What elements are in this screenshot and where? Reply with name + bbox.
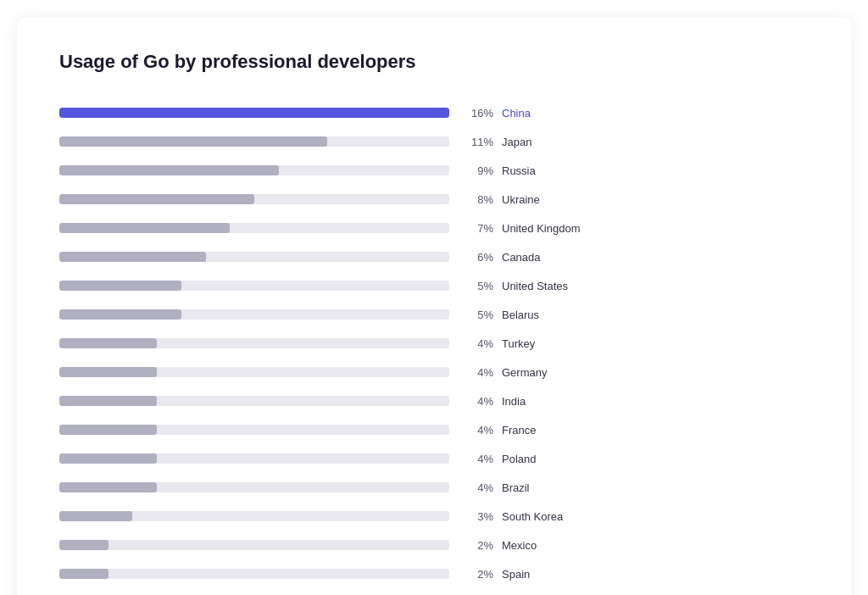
bar-fill — [59, 136, 327, 147]
bar-row: 8%Ukraine — [59, 185, 809, 214]
bar-country-label: Mexico — [502, 539, 537, 552]
bar-fill — [59, 108, 449, 118]
bar-country-label: Belarus — [502, 309, 539, 321]
bar-track — [59, 252, 449, 262]
bar-row: 3%South Korea — [59, 502, 809, 531]
bar-fill — [59, 281, 181, 291]
bar-track — [59, 223, 449, 233]
bar-row: 2%Argentina — [59, 588, 809, 595]
bar-track — [59, 338, 449, 348]
bar-track — [59, 540, 449, 550]
bar-track — [59, 396, 449, 406]
bar-track — [59, 194, 449, 204]
bar-percent: 4% — [459, 395, 493, 408]
bar-row: 7%United Kingdom — [59, 214, 809, 242]
bar-fill — [59, 309, 181, 320]
bar-row: 9%Russia — [59, 156, 809, 185]
bar-country-label: China — [502, 107, 531, 120]
bar-fill — [59, 338, 157, 348]
bar-country-label: Turkey — [502, 337, 535, 350]
bar-country-label: Spain — [502, 568, 530, 581]
bar-row: 4%India — [59, 386, 809, 415]
bar-fill — [59, 396, 157, 406]
bar-percent: 4% — [459, 366, 493, 379]
bar-track — [59, 165, 449, 175]
bar-country-label: Ukraine — [502, 193, 540, 206]
bar-track — [59, 453, 449, 464]
bar-fill — [59, 511, 132, 521]
bar-fill — [59, 194, 254, 204]
bar-fill — [59, 569, 108, 579]
bar-percent: 4% — [459, 453, 493, 465]
bar-track — [59, 108, 449, 118]
bar-country-label: Germany — [502, 366, 547, 379]
bar-row: 4%Turkey — [59, 329, 809, 358]
chart-title: Usage of Go by professional developers — [59, 51, 809, 73]
bar-row: 2%Mexico — [59, 531, 809, 559]
bar-country-label: India — [502, 395, 526, 408]
bar-row: 5%Belarus — [59, 300, 809, 329]
bar-percent: 6% — [459, 251, 493, 264]
bar-percent: 8% — [459, 193, 493, 206]
bar-track — [59, 425, 449, 435]
bar-fill — [59, 540, 108, 550]
bar-percent: 2% — [459, 568, 493, 581]
bar-row: 6%Canada — [59, 242, 809, 271]
bar-track — [59, 511, 449, 521]
bar-row: 4%France — [59, 415, 809, 444]
bar-country-label: Canada — [502, 251, 541, 264]
bar-percent: 9% — [459, 164, 493, 177]
bar-fill — [59, 165, 279, 175]
bar-percent: 11% — [459, 136, 493, 148]
bar-percent: 5% — [459, 309, 493, 321]
bar-track — [59, 281, 449, 291]
bar-track — [59, 367, 449, 377]
bar-row: 11%Japan — [59, 127, 809, 156]
bar-country-label: United States — [502, 280, 568, 292]
bar-fill — [59, 425, 157, 435]
bar-track — [59, 569, 449, 579]
chart-container: Usage of Go by professional developers 1… — [17, 17, 851, 595]
bar-percent: 3% — [459, 510, 493, 523]
bar-percent: 4% — [459, 424, 493, 437]
bar-percent: 7% — [459, 222, 493, 235]
bar-percent: 2% — [459, 539, 493, 552]
bar-chart: 16%China11%Japan9%Russia8%Ukraine7%Unite… — [59, 98, 809, 595]
bar-country-label: South Korea — [502, 510, 563, 523]
bar-percent: 4% — [459, 481, 493, 494]
bar-row: 4%Brazil — [59, 473, 809, 502]
bar-fill — [59, 223, 230, 233]
bar-track — [59, 136, 449, 147]
bar-country-label: Russia — [502, 164, 536, 177]
bar-country-label: United Kingdom — [502, 222, 581, 235]
bar-country-label: France — [502, 424, 536, 437]
bar-fill — [59, 367, 157, 377]
bar-country-label: Poland — [502, 453, 536, 465]
bar-row: 4%Germany — [59, 358, 809, 386]
bar-percent: 5% — [459, 280, 493, 292]
bar-percent: 16% — [459, 107, 493, 120]
bar-row: 4%Poland — [59, 444, 809, 473]
bar-row: 5%United States — [59, 271, 809, 300]
bar-row: 16%China — [59, 98, 809, 127]
bar-fill — [59, 453, 157, 464]
bar-country-label: Brazil — [502, 481, 530, 494]
bar-track — [59, 482, 449, 492]
bar-fill — [59, 482, 157, 492]
bar-percent: 4% — [459, 337, 493, 350]
bar-row: 2%Spain — [59, 559, 809, 588]
bar-fill — [59, 252, 206, 262]
bar-track — [59, 309, 449, 320]
bar-country-label: Japan — [502, 136, 531, 148]
